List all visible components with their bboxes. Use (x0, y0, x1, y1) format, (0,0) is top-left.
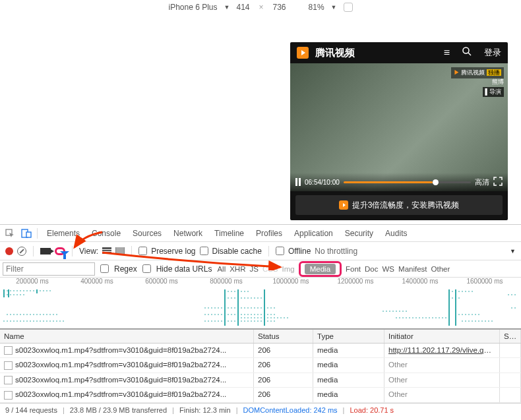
tab-security[interactable]: Security (340, 226, 379, 241)
svg-line-1 (468, 53, 471, 55)
fullscreen-icon[interactable] (493, 177, 503, 187)
record-button[interactable] (5, 247, 13, 255)
column-name[interactable]: Name (0, 330, 254, 343)
svg-rect-6 (102, 249, 111, 250)
tab-sources[interactable]: Sources (127, 226, 167, 241)
timeline-tick: 1600000 ms (452, 278, 517, 288)
tab-network[interactable]: Network (168, 226, 208, 241)
row-checkbox-icon[interactable] (4, 346, 13, 355)
timeline-tick: 1000000 ms (259, 278, 323, 288)
dropdown-arrow-icon[interactable]: ▼ (224, 4, 230, 11)
viewport-height[interactable]: 736 (273, 3, 286, 12)
svg-rect-32 (8, 289, 9, 297)
hide-data-urls-checkbox[interactable] (142, 264, 151, 273)
disable-cache-checkbox[interactable] (200, 247, 208, 255)
filter-type-img[interactable]: Img (282, 265, 295, 273)
row-checkbox-icon[interactable] (4, 376, 13, 384)
domcontentloaded-time: DOMContentLoaded: 242 ms (243, 406, 337, 414)
capture-screenshot-icon[interactable] (40, 248, 51, 255)
tab-elements[interactable]: Elements (42, 226, 85, 241)
filter-type-other[interactable]: Other (431, 265, 450, 273)
filter-type-media-highlight: Media (299, 261, 342, 277)
timeline-overview[interactable]: 200000 ms 400000 ms 600000 ms 800000 ms … (0, 278, 521, 329)
pause-button[interactable] (295, 178, 301, 186)
tab-application[interactable]: Application (289, 226, 338, 241)
table-row[interactable]: s0023oxwloq.m1.mp4?sdtfrom=v3010&guid=8f… (0, 344, 521, 358)
network-toolbar: View: Preserve log Disable cache Offline… (0, 242, 521, 260)
tab-console[interactable]: Console (86, 226, 126, 241)
filter-type-doc[interactable]: Doc (365, 265, 378, 273)
svg-rect-33 (36, 289, 38, 293)
devtools-panel: Elements Console Sources Network Timelin… (0, 224, 521, 417)
offline-checkbox[interactable] (276, 247, 284, 255)
filter-type-manifest[interactable]: Manifest (398, 265, 427, 273)
search-icon[interactable] (462, 46, 472, 59)
svg-rect-37 (448, 289, 450, 326)
finish-time: Finish: 12.3 min (179, 406, 231, 414)
column-initiator[interactable]: Initiator (384, 330, 500, 343)
rotate-icon[interactable] (344, 3, 353, 12)
filter-type-media[interactable]: Media (305, 264, 336, 274)
inspect-element-icon[interactable] (5, 229, 15, 238)
tencent-logo-icon[interactable] (297, 47, 309, 59)
video-caption: 熊博 (492, 78, 504, 86)
column-status[interactable]: Status (254, 330, 313, 343)
timeline-tick: 800000 ms (194, 278, 259, 288)
view-small-icon[interactable] (115, 247, 125, 256)
filter-type-ws[interactable]: WS (383, 265, 395, 273)
transferred-size: 23.8 MB / 23.9 MB transferred (70, 406, 167, 414)
dropdown-arrow-icon[interactable]: ▼ (510, 248, 516, 255)
view-large-icon[interactable] (102, 247, 111, 256)
svg-rect-31 (3, 289, 5, 297)
network-table: Name Status Type Initiator Size s0023oxw… (0, 329, 521, 403)
load-time: Load: 20.71 s (350, 406, 394, 414)
filter-type-css[interactable]: CSS (262, 265, 278, 273)
row-checkbox-icon[interactable] (4, 361, 13, 370)
tab-profiles[interactable]: Profiles (251, 226, 288, 241)
dimension-separator: × (259, 3, 264, 12)
regex-checkbox[interactable] (100, 264, 109, 273)
throttling-select[interactable]: No throttling (315, 247, 357, 256)
brand-badge: ▶ 腾讯视频 独播 (451, 67, 504, 78)
table-row[interactable]: s0023oxwloq.m1.mp4?sdtfrom=v3010&guid=8f… (0, 388, 521, 402)
filter-type-xhr[interactable]: XHR (230, 265, 245, 273)
filter-type-js[interactable]: JS (249, 265, 258, 273)
requests-count: 9 / 144 requests (5, 406, 57, 414)
progress-bar[interactable] (344, 181, 471, 183)
timeline-tick: 1400000 ms (388, 278, 452, 288)
app-title: 腾讯视频 (315, 47, 432, 59)
column-size[interactable]: Size (500, 330, 521, 343)
svg-rect-38 (455, 289, 456, 326)
status-bar: 9 / 144 requests | 23.8 MB / 23.9 MB tra… (0, 403, 521, 417)
svg-rect-7 (102, 251, 111, 252)
quality-button[interactable]: 高清 (475, 177, 489, 187)
zoom-level[interactable]: 81% (309, 3, 324, 12)
filter-type-font[interactable]: Font (346, 265, 361, 273)
hide-data-urls-label: Hide data URLs (156, 264, 212, 274)
filter-input[interactable] (3, 262, 95, 276)
dropdown-arrow-icon[interactable]: ▼ (331, 4, 337, 11)
column-type[interactable]: Type (313, 330, 384, 343)
preserve-log-checkbox[interactable] (138, 247, 147, 255)
preserve-log-label: Preserve log (151, 247, 195, 256)
video-time: 06:54/10:00 (305, 179, 340, 186)
menu-icon[interactable]: ≡ (444, 47, 450, 59)
table-row[interactable]: s0023oxwloq.m1.mp4?sdtfrom=v3010&guid=8f… (0, 373, 521, 388)
device-select[interactable]: iPhone 6 Plus (168, 3, 217, 12)
tab-audits[interactable]: Audits (380, 226, 412, 241)
offline-label: Offline (288, 247, 311, 256)
role-label: ▌导演 (483, 87, 504, 97)
table-row[interactable]: s0023oxwloq.m1.mp4?sdtfrom=v3010&guid=8f… (0, 358, 521, 373)
login-button[interactable]: 登录 (484, 47, 501, 59)
filter-type-all[interactable]: All (217, 265, 226, 273)
video-player[interactable]: ▶ 腾讯视频 独播 熊博 ▌导演 06:54/10:00 高清 (290, 63, 508, 191)
clear-button[interactable] (17, 247, 26, 256)
device-toggle-icon[interactable] (21, 229, 30, 238)
svg-rect-4 (26, 232, 31, 237)
row-checkbox-icon[interactable] (4, 391, 13, 400)
tab-timeline[interactable]: Timeline (209, 226, 249, 241)
viewport-width[interactable]: 414 (236, 3, 249, 12)
table-header: Name Status Type Initiator Size (0, 330, 521, 344)
svg-rect-34 (224, 289, 226, 326)
install-banner[interactable]: 提升3倍流畅度，安装腾讯视频 (295, 195, 503, 215)
